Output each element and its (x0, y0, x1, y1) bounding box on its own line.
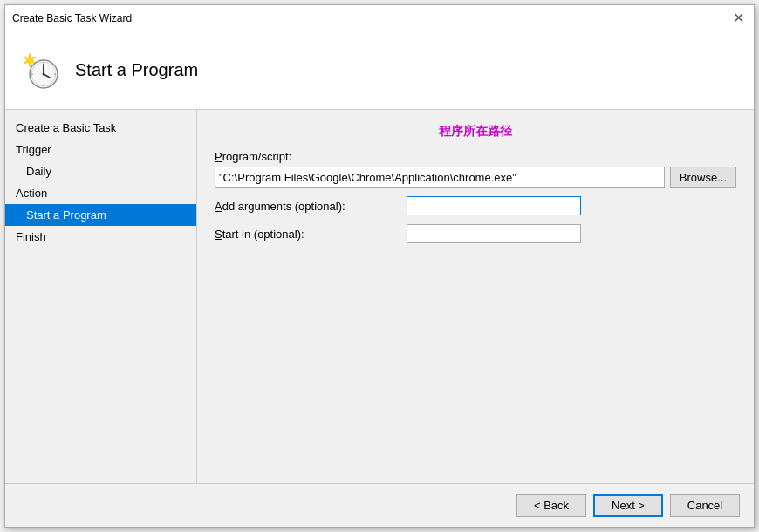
window-title: Create Basic Task Wizard (12, 12, 132, 24)
args-label: Add arguments (optional): (215, 200, 407, 213)
program-label: Program/script: (215, 150, 736, 163)
start-in-input[interactable] (407, 224, 581, 243)
sidebar-item-finish[interactable]: Finish (5, 226, 196, 248)
back-button[interactable]: < Back (516, 494, 586, 517)
header-icon (19, 50, 61, 92)
sidebar-item-daily[interactable]: Daily (5, 160, 196, 182)
start-in-row: Start in (optional): (215, 224, 736, 243)
close-button[interactable]: ✕ (729, 10, 747, 27)
wizard-window: Create Basic Task Wizard ✕ (4, 4, 755, 528)
program-input[interactable] (215, 167, 665, 188)
sidebar-item-create-basic-task[interactable]: Create a Basic Task (5, 117, 196, 139)
program-group: Program/script: Browse... (215, 150, 736, 188)
sidebar-item-trigger[interactable]: Trigger (5, 139, 196, 160)
main-content: 程序所在路径 Program/script: Browse... Add arg… (197, 110, 754, 483)
header-title: Start a Program (75, 60, 198, 80)
title-bar: Create Basic Task Wizard ✕ (5, 5, 754, 31)
program-row: Browse... (215, 167, 736, 188)
footer-area: < Back Next > Cancel (5, 483, 754, 527)
browse-button[interactable]: Browse... (670, 167, 736, 188)
args-row: Add arguments (optional): (215, 196, 736, 215)
section-title: 程序所在路径 (215, 124, 736, 140)
start-in-label: Start in (optional): (215, 228, 407, 241)
svg-point-5 (43, 72, 45, 75)
header-area: Start a Program (5, 31, 754, 110)
next-button[interactable]: Next > (593, 494, 663, 517)
content-area: Create a Basic Task Trigger Daily Action… (5, 110, 754, 483)
cancel-button[interactable]: Cancel (670, 494, 740, 517)
sidebar: Create a Basic Task Trigger Daily Action… (5, 110, 197, 483)
args-input[interactable] (407, 196, 581, 215)
sidebar-item-start-program[interactable]: Start a Program (5, 204, 196, 226)
sidebar-item-action[interactable]: Action (5, 182, 196, 204)
